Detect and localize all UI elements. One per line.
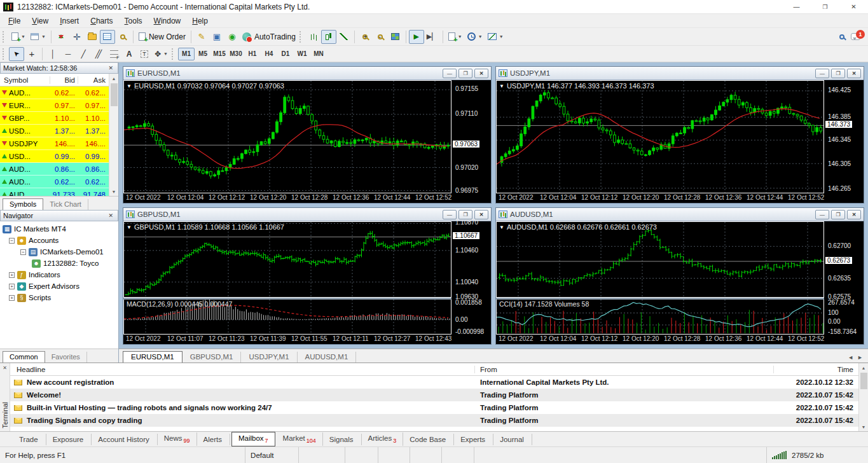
window-maximize-button[interactable] xyxy=(811,0,839,13)
scrollbar-thumb[interactable] xyxy=(111,83,118,106)
tab-market[interactable]: Market104 xyxy=(277,432,323,446)
chart-restore-button[interactable] xyxy=(458,210,472,219)
tree-item-root[interactable]: ▦IC Markets MT4 xyxy=(3,223,118,235)
symbol-row[interactable]: USD...1.37...1.37... xyxy=(0,125,109,137)
tab-articles[interactable]: Articles3 xyxy=(362,432,404,446)
window-minimize-button[interactable] xyxy=(782,0,811,13)
tab-journal[interactable]: Journal xyxy=(493,434,532,445)
line-chart-button[interactable] xyxy=(336,30,352,44)
window-close-button[interactable] xyxy=(839,0,868,13)
menu-help[interactable]: Help xyxy=(186,15,214,27)
strategy-tester-button[interactable] xyxy=(115,30,130,44)
chart-restore-button[interactable] xyxy=(831,69,845,78)
symbol-row[interactable]: AUD...91.73391.748 xyxy=(0,188,109,196)
new-chart-button[interactable]: ▼ xyxy=(9,30,28,44)
chart-tab-gbpusd[interactable]: GBPUSD,M1 xyxy=(183,352,242,363)
chart-tab-eurusd[interactable]: EURUSD,M1 xyxy=(123,351,183,363)
chart-titlebar[interactable]: USDJPY,M1 xyxy=(496,67,864,80)
tab-symbols[interactable]: Symbols xyxy=(3,198,43,210)
timeframe-d1-button[interactable]: D1 xyxy=(277,48,294,60)
crosshair-button[interactable]: + xyxy=(24,47,39,61)
chart-titlebar[interactable]: AUDUSD,M1 xyxy=(496,208,864,221)
timeframe-h4-button[interactable]: H4 xyxy=(261,48,277,60)
chart-tab-usdjpy[interactable]: USDJPY,M1 xyxy=(241,352,297,363)
menu-window[interactable]: Window xyxy=(148,15,187,27)
collapse-icon[interactable]: − xyxy=(9,238,15,244)
text-label-button[interactable]: T xyxy=(137,47,152,61)
auto-scroll-button[interactable]: ▶ xyxy=(409,30,424,44)
tab-scroll-right-icon[interactable]: ► xyxy=(857,354,863,361)
chart-close-button[interactable] xyxy=(474,69,488,78)
price-chart[interactable]: ▼AUDUSD,M1 0.62668 0.62676 0.62661 0.626… xyxy=(496,221,824,298)
symbol-row[interactable]: AUD...0.62...0.62... xyxy=(0,176,109,188)
tab-news[interactable]: News99 xyxy=(158,432,197,446)
search-icon[interactable] xyxy=(839,34,844,39)
timeframe-m15-button[interactable]: M15 xyxy=(211,48,228,60)
notifications-icon[interactable]: 1 xyxy=(851,33,860,40)
bar-chart-button[interactable] xyxy=(306,30,321,44)
scroll-up-icon[interactable]: ▲ xyxy=(109,74,118,83)
chart-minimize-button[interactable] xyxy=(815,210,829,219)
tab-trade[interactable]: Trade xyxy=(13,434,46,445)
price-chart[interactable]: ▼EURUSD,M1 0.97032 0.97064 0.97027 0.970… xyxy=(123,80,451,193)
periods-button[interactable]: ▼ xyxy=(465,30,485,44)
chart-close-button[interactable] xyxy=(847,69,861,78)
scroll-up-icon[interactable]: ▲ xyxy=(859,363,868,372)
scroll-down-icon[interactable]: ▼ xyxy=(109,187,118,196)
candlestick-button[interactable] xyxy=(321,30,336,44)
tree-item-scripts[interactable]: +§Scripts xyxy=(3,292,118,303)
symbol-row[interactable]: AUD...0.86...0.86... xyxy=(0,163,109,176)
menu-insert[interactable]: Insert xyxy=(54,15,85,27)
menu-charts[interactable]: Charts xyxy=(85,15,118,27)
close-icon[interactable]: ✕ xyxy=(106,65,115,71)
chart-minimize-button[interactable] xyxy=(815,69,829,78)
mail-row[interactable]: Trading Signals and copy trading Trading… xyxy=(10,414,858,427)
symbol-row[interactable]: GBP...1.10...1.10... xyxy=(0,112,109,125)
menu-view[interactable]: View xyxy=(26,15,54,27)
autotrading-button[interactable]: AutoTrading xyxy=(240,30,298,44)
text-button[interactable]: A xyxy=(121,47,137,61)
new-order-button[interactable]: New Order xyxy=(136,30,188,44)
chart-minimize-button[interactable] xyxy=(443,210,457,219)
close-icon[interactable]: ✕ xyxy=(106,212,115,219)
status-profile[interactable]: Default xyxy=(245,447,298,463)
cci-indicator-pane[interactable]: CCI(14) 147.1528 Volumes 58 xyxy=(496,300,824,335)
macd-indicator-pane[interactable]: MACD(12,26,9) 0.000445 0.000447 xyxy=(123,300,451,335)
connection-status[interactable]: 2785/2 kb xyxy=(766,447,868,463)
tab-experts[interactable]: Experts xyxy=(454,434,493,445)
market-watch-scrollbar[interactable]: ▲ ▼ xyxy=(109,74,118,196)
navigator-button[interactable] xyxy=(85,30,100,44)
horizontal-line-button[interactable]: ─ xyxy=(60,47,76,61)
tree-item-server[interactable]: −▤ICMarkets-Demo01 xyxy=(3,246,118,258)
chart-restore-button[interactable] xyxy=(831,210,845,219)
tab-favorites[interactable]: Favorites xyxy=(45,352,87,363)
chart-shift-button[interactable]: ▶▏ xyxy=(424,30,440,44)
timeframe-w1-button[interactable]: W1 xyxy=(294,48,310,60)
scrollbar-thumb[interactable] xyxy=(860,373,867,389)
chart-restore-button[interactable] xyxy=(458,69,472,78)
toolbar-grip[interactable] xyxy=(172,48,176,60)
timeframe-m5-button[interactable]: M5 xyxy=(195,48,211,60)
chart-minimize-button[interactable] xyxy=(443,69,457,78)
mail-row[interactable]: New account registration International C… xyxy=(10,376,858,389)
expand-icon[interactable]: + xyxy=(9,284,15,289)
fibonacci-button[interactable] xyxy=(106,47,121,61)
profiles-button[interactable]: ▼ xyxy=(28,30,48,44)
tab-common[interactable]: Common xyxy=(3,351,45,363)
price-chart[interactable]: ▼GBPUSD,M1 1.10589 1.10668 1.10566 1.106… xyxy=(123,221,451,298)
metaeditor-button[interactable]: ✎ xyxy=(194,30,209,44)
scroll-down-icon[interactable]: ▼ xyxy=(859,422,868,431)
templates-button[interactable]: ▼ xyxy=(485,30,506,44)
timeframe-mn-button[interactable]: MN xyxy=(310,48,327,60)
expand-icon[interactable]: + xyxy=(9,295,15,301)
tree-item-accounts[interactable]: −☻Accounts xyxy=(3,235,118,246)
mail-row[interactable]: Welcome! Trading Platform 2022.10.07 15:… xyxy=(10,389,858,401)
symbol-row[interactable]: USD...0.99...0.99... xyxy=(0,150,109,163)
terminal-button[interactable] xyxy=(100,30,115,44)
terminal-close-icon[interactable]: ✕ xyxy=(3,363,7,373)
chart-close-button[interactable] xyxy=(474,210,488,219)
tab-tick-chart[interactable]: Tick Chart xyxy=(43,199,88,210)
market-watch-titlebar[interactable]: Market Watch: 12:58:36 ✕ xyxy=(0,62,118,74)
signals-button[interactable]: ◉ xyxy=(224,30,240,44)
symbol-row[interactable]: EUR...0.97...0.97... xyxy=(0,99,109,112)
